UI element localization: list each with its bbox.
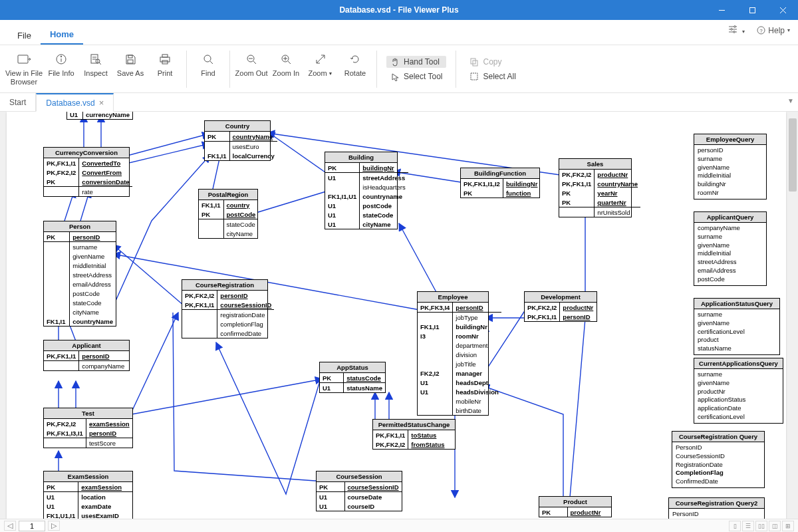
scrollbar-thumb[interactable] (789, 118, 797, 192)
svg-point-9 (733, 31, 735, 33)
svg-rect-1 (749, 7, 755, 13)
svg-point-7 (734, 26, 736, 28)
svg-line-36 (321, 55, 325, 59)
svg-rect-24 (160, 57, 170, 62)
svg-line-35 (317, 59, 321, 63)
query-applicant_q[interactable]: ApplicantQuerycompanyNamesurnamegivenNam… (694, 211, 767, 286)
entity-development[interactable]: DevelopmentPK,FK2,I2productNrPK,FK1,I1pe… (524, 291, 597, 322)
svg-point-26 (204, 55, 211, 62)
menu-home[interactable]: Home (41, 25, 83, 45)
svg-rect-22 (128, 60, 133, 63)
view-in-browser-button[interactable]: View in File Browser (4, 51, 44, 87)
entity-app_status[interactable]: AppStatusPKstatusCodeU1statusName (319, 362, 386, 393)
view-book-icon[interactable]: ◫ (769, 521, 781, 531)
query-coursereg_q2[interactable]: CourseRegistration Query2PersonIDCourseS… (668, 497, 765, 519)
entity-currency_conv[interactable]: CurrencyConversionPK,FK1,I1ConvertedToPK… (43, 147, 130, 197)
menubar: File Home ▾ ? Help ▾ (0, 20, 798, 45)
menu-file[interactable]: File (8, 27, 41, 45)
page-prev-button[interactable]: ◁ (4, 521, 16, 531)
help-button[interactable]: ? Help ▾ (757, 26, 790, 35)
select-tool-button[interactable]: Select Tool (386, 70, 446, 82)
entity-test[interactable]: TestPK,FK2,I2examSessionPK,FK1,I3,I1pers… (43, 408, 133, 448)
close-button[interactable] (767, 0, 798, 20)
save-as-button[interactable]: Save As (113, 51, 148, 87)
select-all-button[interactable]: Select All (466, 70, 519, 82)
maximize-button[interactable] (737, 0, 767, 20)
view-grid-icon[interactable]: ⊞ (782, 521, 794, 531)
vertical-scrollbar[interactable] (787, 112, 798, 519)
view-two-page-icon[interactable]: ▯▯ (755, 521, 767, 531)
find-button[interactable]: Find (191, 51, 225, 87)
entity-product[interactable]: ProductPKproductNr (539, 496, 612, 517)
svg-rect-21 (128, 55, 132, 58)
tab-database[interactable]: Database.vsd× (36, 93, 114, 112)
tab-overflow-icon[interactable]: ▼ (787, 97, 794, 104)
view-mode-buttons: ▯ ☰ ▯▯ ◫ ⊞ (729, 521, 794, 531)
svg-line-27 (210, 61, 213, 64)
close-tab-icon[interactable]: × (99, 98, 104, 108)
entity-course_session[interactable]: CourseSessionPKcourseSessionIDU1courseDa… (316, 471, 402, 511)
zoom-out-button[interactable]: Zoom Out (234, 51, 269, 87)
entity-country[interactable]: CountryPKcountryNameusesEuroFK1,I1localC… (204, 120, 271, 161)
titlebar: Database.vsd - File Viewer Plus (0, 0, 798, 20)
view-single-icon[interactable]: ▯ (729, 521, 741, 531)
print-button[interactable]: Print (148, 51, 182, 87)
diagram-canvas[interactable]: U1currencyNameCurrencyConversionPK,FK1,I… (7, 112, 786, 519)
entity-exam_session[interactable]: ExamSessionPKexamSessionU1locationU1exam… (43, 471, 133, 519)
svg-rect-23 (162, 55, 168, 57)
query-coursereg_q[interactable]: CourseRegistration QueryPersonIDCourseSe… (672, 431, 765, 488)
tabstrip: Start Database.vsd× ▼ (0, 93, 798, 112)
minimize-button[interactable] (706, 0, 737, 20)
svg-text:?: ? (760, 28, 763, 34)
entity-building_fn[interactable]: BuildingFunctionPK,FK1,I1,I2buildingNrPK… (460, 168, 540, 198)
canvas-area[interactable]: U1currencyNameCurrencyConversionPK,FK1,I… (0, 112, 798, 519)
svg-rect-39 (471, 73, 477, 80)
view-continuous-icon[interactable]: ☰ (742, 521, 754, 531)
page-next-button[interactable]: ▷ (48, 521, 60, 531)
settings-icon[interactable]: ▾ (729, 25, 745, 35)
hand-tool-button[interactable]: Hand Tool (386, 56, 446, 68)
window-title: Database.vsd - File Viewer Plus (339, 5, 458, 15)
entity-currency_top[interactable]: U1currencyName (66, 112, 133, 120)
copy-button: Copy (466, 56, 519, 68)
zoom-in-button[interactable]: Zoom In (269, 51, 303, 87)
statusbar: ◁ ▷ ▯ ☰ ▯▯ ◫ ⊞ (0, 519, 798, 532)
ribbon-toolbar: View in File Browser File Info Inspect S… (0, 45, 798, 93)
svg-line-30 (253, 61, 256, 64)
file-info-button[interactable]: File Info (44, 51, 78, 87)
rotate-button[interactable]: Rotate (338, 51, 372, 87)
entity-permitted[interactable]: PermittedStatusChangePK,FK1,I1toStatusPK… (372, 419, 456, 450)
entity-course_reg[interactable]: CourseRegistrationPK,FK2,I2personIDPK,FK… (182, 279, 268, 338)
svg-point-8 (731, 29, 733, 31)
svg-line-20 (99, 63, 101, 65)
page-number-input[interactable] (19, 521, 45, 531)
entity-applicant[interactable]: ApplicantPK,FK1,I1personIDcompanyName (43, 340, 130, 371)
entity-person[interactable]: PersonPKpersonIDsurnamegivenNamemiddleIn… (43, 221, 116, 327)
svg-rect-12 (18, 55, 28, 63)
query-employee_q[interactable]: EmployeeQuerypersonIDsurnamegivenNamemid… (694, 134, 767, 200)
entity-employee[interactable]: EmployeePK,FK3,I4personIDjobTypeFK1,I1bu… (417, 291, 489, 416)
entity-building[interactable]: BuildingPKbuildingNrU1streetAddressisHea… (325, 152, 398, 229)
entity-sales[interactable]: SalesPK,FK2,I2productNrPK,FK1,I1countryN… (559, 158, 632, 217)
zoom-button[interactable]: Zoom▼ (303, 51, 338, 87)
query-appstatus_q[interactable]: ApplicationStatusQuerysurnamegivenNamece… (694, 298, 780, 355)
svg-line-34 (288, 61, 291, 64)
tab-start[interactable]: Start (0, 93, 36, 111)
entity-postal_region[interactable]: PostalRegionFK1,I1countryPKpostCodestate… (198, 189, 258, 239)
svg-point-15 (61, 56, 62, 57)
query-currapp_q[interactable]: CurrentApplicationsQuerysurnamegivenName… (694, 358, 783, 424)
inspect-button[interactable]: Inspect (78, 51, 113, 87)
help-label: Help (768, 26, 785, 35)
